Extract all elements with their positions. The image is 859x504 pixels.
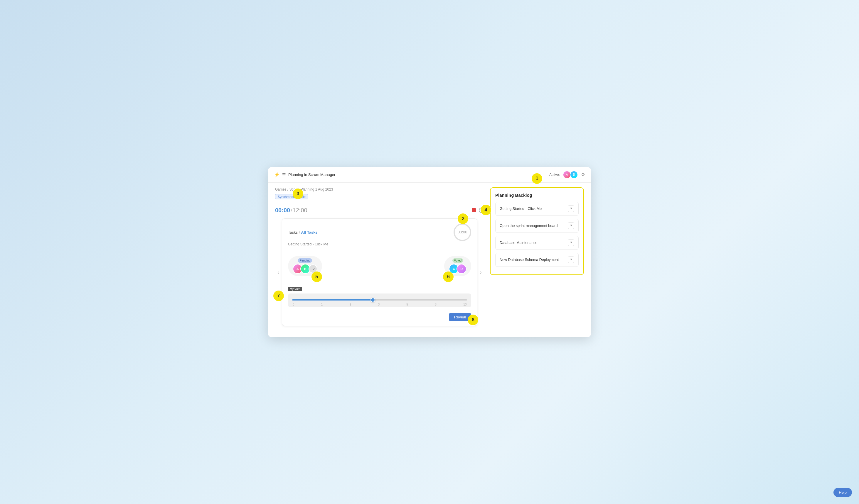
- pending-group: Pending A B +2 5: [288, 256, 322, 276]
- slider-container: 0 1 2 3 5 8 13: [288, 294, 471, 307]
- pending-avatars: A B +2: [293, 264, 317, 274]
- app-logo-icon: ⚡: [274, 172, 280, 177]
- task-timer-circle: 03:00: [454, 223, 471, 241]
- header-right: Active: A B ⚙: [549, 171, 585, 179]
- slider-wrapper: [292, 296, 467, 302]
- voter-extra-count: +2: [308, 265, 317, 273]
- voted-badge: Voted: [452, 258, 464, 263]
- timer-section: 00:00 / 12:00 ↺ 4: [275, 207, 484, 214]
- annotation-7: 7: [273, 290, 284, 301]
- reveal-button[interactable]: Reveal: [449, 313, 471, 321]
- timer-total: 12:00: [293, 207, 307, 214]
- header-left: ⚡ ☰ Planning in Scrum Manager: [274, 172, 335, 177]
- active-label: Active:: [549, 173, 560, 177]
- header: ⚡ ☰ Planning in Scrum Manager Active: A …: [268, 167, 591, 183]
- card-footer: Reveal 8: [288, 310, 471, 321]
- timer-separator: /: [291, 208, 292, 214]
- settings-icon[interactable]: ⚙: [581, 172, 585, 177]
- backlog-item-icon: ?: [568, 206, 574, 212]
- avatar-group: A B: [563, 171, 578, 179]
- app-title: Planning in Scrum Manager: [288, 172, 335, 177]
- menu-icon[interactable]: ☰: [282, 172, 286, 177]
- backlog-item[interactable]: Getting Started - Click Me ?: [495, 202, 579, 216]
- slider-section: My Vote 7 0 1 2 3 5: [288, 285, 471, 310]
- backlog-item-icon: ?: [568, 239, 574, 246]
- voted-group: Voted C D 6: [444, 256, 471, 276]
- voters-row: Pending A B +2 5 Voted: [288, 251, 471, 281]
- next-arrow[interactable]: ›: [477, 269, 484, 275]
- task-card-title: Tasks / All Tasks: [288, 230, 318, 235]
- main-content: Games / Scrum Planning 1 Aug 2023 Synchr…: [268, 183, 591, 337]
- annotation-2: 2: [458, 214, 468, 224]
- breadcrumb: Games / Scrum Planning 1 Aug 2023: [275, 187, 484, 191]
- voter-avatar: D: [456, 264, 467, 274]
- reset-button[interactable]: ↺: [479, 208, 484, 213]
- backlog-item[interactable]: Database Maintenance ?: [495, 236, 579, 250]
- prev-arrow[interactable]: ‹: [275, 269, 282, 275]
- app-window: ⚡ ☰ Planning in Scrum Manager Active: A …: [268, 167, 591, 337]
- task-card-header: Tasks / All Tasks 03:00: [288, 223, 471, 241]
- all-tasks-link[interactable]: All Tasks: [301, 230, 318, 235]
- avatar: B: [570, 171, 578, 179]
- backlog-item[interactable]: New Database Schema Deployment ?: [495, 253, 579, 267]
- my-vote-label: My Vote: [288, 287, 302, 291]
- task-card: 2 Tasks / All Tasks 03:00 Getting Starte…: [282, 218, 478, 326]
- backlog-item-icon: ?: [568, 256, 574, 263]
- vote-slider[interactable]: [292, 299, 467, 300]
- backlog-item-icon: ?: [568, 222, 574, 229]
- timer-current: 00:00: [275, 207, 290, 214]
- slider-ticks: 0 1 2 3 5 8 13: [292, 303, 467, 306]
- help-button[interactable]: Help: [833, 488, 852, 497]
- stop-button[interactable]: [472, 208, 476, 212]
- voted-avatars: C D: [449, 264, 467, 274]
- left-panel: Games / Scrum Planning 1 Aug 2023 Synchr…: [275, 187, 484, 332]
- backlog-item[interactable]: Open the sprint management board ?: [495, 219, 579, 233]
- sync-mode-badge: Synchronous Mode: [275, 194, 308, 199]
- planning-backlog-panel: 1 Planning Backlog Getting Started - Cli…: [490, 187, 584, 275]
- timer-controls: ↺ 4: [472, 208, 484, 213]
- backlog-title: Planning Backlog: [495, 193, 579, 198]
- task-name: Getting Started - Click Me: [288, 242, 471, 246]
- pending-badge: Pending: [298, 258, 312, 263]
